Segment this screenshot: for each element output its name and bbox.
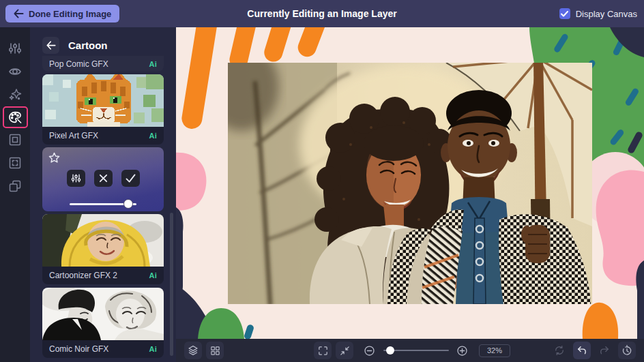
zoom-slider-handle[interactable] xyxy=(386,346,394,355)
tool-artsy-button[interactable] xyxy=(3,106,28,128)
display-canvas-toggle[interactable]: Display Canvas xyxy=(559,0,637,27)
zoom-slider[interactable] xyxy=(383,346,449,355)
zoom-out-button[interactable] xyxy=(360,342,378,359)
ai-badge: Ai xyxy=(149,132,157,140)
refresh-icon xyxy=(553,344,566,357)
display-canvas-checkbox[interactable] xyxy=(559,8,570,19)
effect-card-label-bar: Pixel Art GFX Ai xyxy=(42,127,164,145)
zoom-in-button[interactable] xyxy=(453,342,471,359)
tool-touchup-button[interactable] xyxy=(2,60,28,83)
top-bar: Done Editing Image Currently Editing an … xyxy=(0,0,644,27)
panel-scrollbar[interactable] xyxy=(170,213,173,356)
undo-icon xyxy=(576,344,588,357)
redo-button[interactable] xyxy=(596,342,613,359)
star-icon xyxy=(48,152,60,164)
edited-image-layer[interactable] xyxy=(228,63,592,304)
effect-card-label-bar: Comic Noir GFX Ai xyxy=(42,340,164,358)
canvas-toolbar: 32% xyxy=(176,339,644,362)
effect-item-comic-noir[interactable]: Comic Noir GFX Ai xyxy=(42,288,164,358)
zoom-percent-field[interactable]: 32% xyxy=(479,344,510,357)
comic-noir-thumbnail xyxy=(42,288,164,340)
overlapping-squares-icon xyxy=(8,179,22,193)
effect-item-cartoonizer-2[interactable]: Cartoonizer GFX 2 Ai xyxy=(42,214,164,284)
apply-effect-button[interactable] xyxy=(121,170,140,187)
frame-icon xyxy=(8,133,22,147)
tool-effects-button[interactable] xyxy=(2,83,28,106)
check-icon xyxy=(126,174,136,183)
panel-header: Cartoon xyxy=(42,37,108,54)
history-controls xyxy=(551,342,636,359)
ai-badge: Ai xyxy=(149,345,157,353)
tool-rail xyxy=(0,27,30,362)
sliders-icon xyxy=(8,42,22,55)
cartoonizer-thumbnail xyxy=(42,214,164,267)
editing-status-title: Currently Editing an Image Layer xyxy=(0,8,644,19)
favorite-star-button[interactable] xyxy=(48,152,60,166)
check-icon xyxy=(561,11,568,17)
photo-editor-app: Done Editing Image Currently Editing an … xyxy=(0,0,644,362)
palette-icon xyxy=(8,110,22,124)
pixel-art-thumbnail xyxy=(42,74,164,127)
undo-button[interactable] xyxy=(573,342,591,359)
cancel-effect-button[interactable] xyxy=(94,170,113,187)
active-effect-controls xyxy=(42,170,164,187)
fullscreen-button[interactable] xyxy=(314,342,332,359)
effect-settings-button[interactable] xyxy=(67,170,85,187)
tool-graphics-button[interactable] xyxy=(2,175,28,198)
display-canvas-label: Display Canvas xyxy=(576,9,637,19)
canvas-viewport[interactable]: 32% xyxy=(176,27,644,362)
sliders-icon xyxy=(71,173,81,183)
panel-back-button[interactable] xyxy=(42,37,59,54)
redo-icon xyxy=(598,344,611,357)
layers-button[interactable] xyxy=(184,342,202,359)
layers-icon xyxy=(187,344,199,357)
panel-title: Cartoon xyxy=(68,40,108,51)
slider-handle[interactable] xyxy=(123,199,133,209)
effect-item-pop-comic[interactable]: Pop Comic GFX Ai xyxy=(42,56,164,72)
history-icon xyxy=(621,344,633,357)
back-arrow-icon xyxy=(46,41,56,50)
reset-history-button[interactable] xyxy=(618,342,636,359)
tool-frames-button[interactable] xyxy=(2,128,28,151)
sparkles-icon xyxy=(8,88,22,102)
refresh-button[interactable] xyxy=(551,342,568,359)
effect-item-pixel-art[interactable]: Pixel Art GFX Ai xyxy=(42,74,164,145)
effect-label: Pixel Art GFX xyxy=(49,131,98,140)
tool-overlays-button[interactable] xyxy=(2,151,28,175)
effect-label: Comic Noir GFX xyxy=(49,344,108,354)
ai-badge: Ai xyxy=(149,60,157,68)
tool-adjust-button[interactable] xyxy=(2,37,28,60)
minus-circle-icon xyxy=(363,344,376,357)
effect-label: Pop Comic GFX xyxy=(49,59,108,69)
active-effect-card[interactable] xyxy=(42,147,164,211)
effect-card-label-bar: Cartoonizer GFX 2 Ai xyxy=(42,267,164,284)
grid-view-button[interactable] xyxy=(206,342,224,359)
ornate-frame-icon xyxy=(8,156,22,170)
fit-to-screen-button[interactable] xyxy=(336,342,353,359)
eye-icon xyxy=(8,65,22,78)
grid-icon xyxy=(209,345,221,357)
plus-circle-icon xyxy=(456,344,469,357)
effects-panel: Cartoon Pop Comic GFX Ai xyxy=(30,27,176,362)
fullscreen-icon xyxy=(317,345,329,357)
x-icon xyxy=(99,174,108,183)
effect-label: Cartoonizer GFX 2 xyxy=(49,271,117,280)
fit-screen-icon xyxy=(339,345,351,357)
ai-badge: Ai xyxy=(149,271,157,280)
effect-strength-slider[interactable] xyxy=(70,199,136,209)
